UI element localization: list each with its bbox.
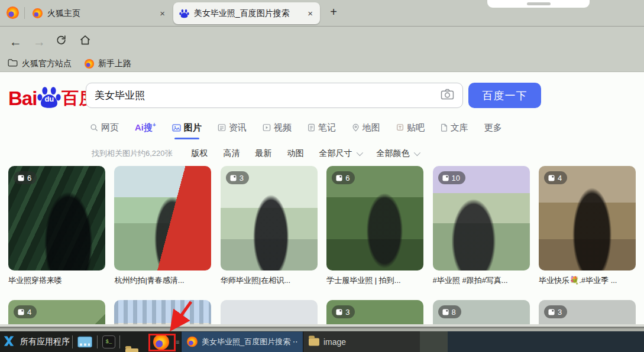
nav-tab-label: Ai搜 — [135, 122, 153, 132]
nav-tab-news[interactable]: 资讯 — [218, 122, 247, 133]
filter-hd[interactable]: 高清 — [224, 148, 240, 159]
nav-tab-ai-search[interactable]: Ai搜+ — [135, 122, 156, 133]
result-card[interactable]: 6 学士服毕业照 | 拍到... — [326, 166, 423, 286]
nav-tab-label: 资讯 — [229, 122, 247, 133]
new-tab-button[interactable]: + — [326, 5, 341, 19]
result-card[interactable]: 3 — [539, 300, 636, 324]
result-thumbnail[interactable]: 3 — [221, 166, 318, 270]
bookmarks-bar: 火狐官方站点 新手上路 — [0, 56, 644, 72]
news-icon — [218, 123, 226, 132]
forward-button[interactable]: → — [33, 35, 46, 47]
result-caption[interactable]: 学士服毕业照 | 拍到... — [326, 275, 423, 286]
nav-tab-images[interactable]: 图片 — [172, 122, 202, 133]
tab-firefox-home[interactable]: 火狐主页 × — [27, 2, 172, 24]
result-card[interactable]: 8 — [433, 300, 530, 324]
dropdown-all-sizes[interactable]: 全部尺寸 — [319, 148, 361, 159]
result-thumbnail[interactable]: 8 — [433, 300, 530, 324]
nav-tab-label: 网页 — [101, 122, 119, 133]
result-caption[interactable]: #毕业照 #跟拍#写真... — [433, 275, 530, 286]
bookmark-folder-firefox-sites[interactable]: 火狐官方站点 — [8, 58, 72, 69]
image-count-badge: 10 — [438, 171, 465, 184]
nav-tab-label: 贴吧 — [407, 122, 425, 133]
firefox-window-icon[interactable] — [7, 6, 19, 19]
window-bottom-edge — [0, 324, 644, 331]
nav-tab-tieba[interactable]: 贴吧 — [396, 122, 425, 133]
result-card[interactable]: 6 毕业照穿搭来喽 — [8, 166, 105, 286]
video-icon — [263, 123, 271, 132]
firefox-task-icon — [187, 337, 198, 347]
result-card[interactable]: 3 华师毕业照|在相识... — [221, 166, 318, 286]
nav-tab-notes[interactable]: 笔记 — [308, 122, 336, 133]
results-row-1: 6 毕业照穿搭来喽 杭州约拍|青春感清... 3 华师毕业照|在相识... 6 … — [0, 166, 644, 286]
dropdown-all-colors[interactable]: 全部颜色 — [377, 148, 419, 159]
applications-menu-label: 所有应用程序 — [20, 337, 70, 347]
result-thumbnail[interactable]: 4 — [8, 300, 105, 324]
baidu-search-button[interactable]: 百度一下 — [468, 83, 541, 108]
annotation-highlight-box — [148, 334, 176, 351]
result-thumbnail[interactable]: 10 — [433, 166, 530, 270]
nav-tab-more[interactable]: 更多 — [484, 122, 502, 133]
result-thumbnail[interactable] — [221, 300, 318, 324]
terminal-icon[interactable]: $_ — [102, 335, 115, 348]
result-card[interactable]: 杭州约拍|青春感清... — [114, 166, 211, 286]
filter-copyright[interactable]: 版权 — [192, 148, 208, 159]
reload-button[interactable] — [56, 34, 67, 48]
applications-menu-button[interactable]: 所有应用程序 — [2, 334, 70, 349]
result-card[interactable] — [221, 300, 318, 324]
result-caption[interactable]: 杭州约拍|青春感清... — [114, 275, 211, 286]
nav-tab-maps[interactable]: 地图 — [352, 122, 380, 133]
image-count-badge: 4 — [14, 305, 37, 318]
result-thumbnail[interactable]: 6 — [8, 166, 105, 270]
result-caption[interactable]: 毕业照穿搭来喽 — [8, 275, 105, 286]
badge-count: 3 — [345, 308, 349, 317]
result-caption[interactable]: 华师毕业照|在相识... — [221, 275, 318, 286]
note-icon — [308, 123, 315, 132]
task-button-firefox[interactable]: 美女毕业照_百度图片搜索 ⋯ — [181, 331, 303, 352]
result-card[interactable] — [114, 300, 211, 324]
result-thumbnail[interactable]: 3 — [326, 300, 423, 324]
window-drag-handle — [527, 2, 551, 5]
show-desktop-icon[interactable] — [77, 336, 92, 347]
result-card[interactable]: 10 #毕业照 #跟拍#写真... — [433, 166, 530, 286]
result-card[interactable]: 4 — [8, 300, 105, 324]
result-thumbnail[interactable] — [114, 300, 211, 324]
result-thumbnail[interactable] — [114, 166, 211, 270]
nav-tab-label: 图片 — [184, 122, 202, 133]
nav-tab-wenku[interactable]: 文库 — [441, 122, 468, 133]
task-button-image-folder[interactable]: image — [303, 331, 420, 352]
filter-gif[interactable]: 动图 — [287, 148, 304, 159]
search-box[interactable] — [86, 83, 463, 108]
search-input[interactable] — [95, 90, 436, 102]
tab-close-icon[interactable]: × — [158, 8, 166, 18]
result-thumbnail[interactable]: 6 — [326, 166, 423, 270]
nav-tab-video[interactable]: 视频 — [263, 122, 292, 133]
tab-close-icon[interactable]: × — [306, 8, 314, 18]
taskbar-empty-region — [420, 331, 448, 352]
tab-baidu-image-search[interactable]: 美女毕业照_百度图片搜索 × — [173, 2, 320, 24]
home-button[interactable] — [79, 34, 91, 48]
bookmark-getting-started[interactable]: 新手上路 — [85, 58, 131, 69]
terminal-glyph: $_ — [106, 339, 112, 345]
baidu-logo-latin: Bai — [8, 87, 37, 110]
result-caption[interactable]: 毕业快乐💐.#毕业季 ... — [539, 275, 636, 286]
nav-tab-web[interactable]: 网页 — [90, 122, 119, 133]
folder-icon — [8, 58, 18, 69]
background-window-edge — [487, 0, 590, 8]
tieba-icon — [396, 123, 404, 132]
image-count-badge: 3 — [332, 305, 355, 318]
badge-count: 4 — [27, 308, 31, 317]
filter-latest[interactable]: 最新 — [255, 148, 272, 159]
result-thumbnail[interactable]: 3 — [539, 300, 636, 324]
result-thumbnail[interactable]: 4 — [539, 166, 636, 270]
baidu-logo[interactable]: Bai du 百度 — [8, 85, 96, 112]
result-card[interactable]: 4 毕业快乐💐.#毕业季 ... — [539, 166, 636, 286]
image-icon — [172, 124, 181, 132]
baidu-logo-du: du — [44, 94, 54, 103]
browser-toolbar: ← → https://image.baidu.com/search/index… — [0, 26, 644, 56]
result-card[interactable]: 3 — [326, 300, 423, 324]
baidu-nav-tabs: 网页 Ai搜+ 图片 资讯 视频 笔记 地图 — [90, 122, 502, 133]
document-icon — [441, 123, 448, 132]
file-manager-icon[interactable] — [125, 348, 138, 352]
back-button[interactable]: ← — [9, 35, 22, 47]
camera-search-icon[interactable] — [441, 89, 454, 102]
